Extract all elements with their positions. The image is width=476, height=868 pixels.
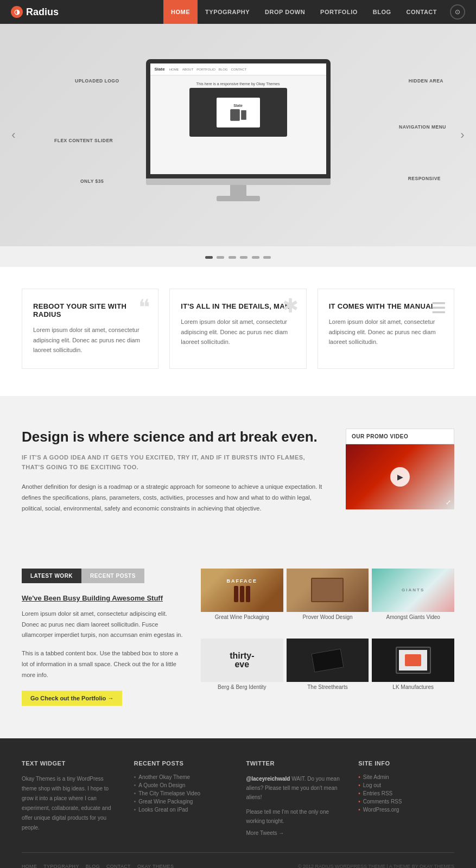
site-info-logout[interactable]: Log out: [363, 782, 381, 788]
footer-post-1[interactable]: Another Okay Theme: [138, 774, 190, 780]
feature-text-2: Lorem ipsum dolor sit amet, consectetur …: [181, 317, 295, 347]
portfolio-item-giants[interactable]: GIANTS Amongst Giants Video: [372, 569, 454, 635]
portfolio-label-giants: Amongst Giants Video: [372, 612, 454, 622]
slider-arrow-left[interactable]: ‹: [5, 127, 22, 143]
thumb-street: [287, 639, 369, 682]
design-headline: Design is where science and art break ev…: [22, 429, 324, 445]
footer-copyright: © 2012 RADIUS WORDPRESS THEME | A THEME …: [298, 864, 454, 868]
settings-icon[interactable]: ⊙: [450, 4, 465, 20]
footer-twitter-reply: Please tell me I'm not the only one work…: [246, 807, 342, 826]
footer-bottom-links: HOME TYPOGRAPHY BLOG CONTACT OKAY THEMES: [22, 864, 174, 868]
monitor-stand-neck: [230, 185, 246, 196]
footer-bottom-contact[interactable]: CONTACT: [106, 864, 131, 868]
features-section: ❝ REBOOT YOUR SITE WITH RADIUS Lorem ips…: [0, 267, 476, 396]
portfolio-button[interactable]: Go Check out the Portfolio →: [22, 691, 122, 706]
expand-icon[interactable]: ⤢: [446, 499, 451, 506]
footer-col-text-widget: TEXT WIDGET Okay Themes is a tiny WordPr…: [22, 760, 118, 836]
nav-home[interactable]: HOME: [163, 0, 198, 24]
street-card: [311, 648, 344, 672]
slider-dots: [0, 246, 476, 267]
site-header: ◑ Radius HOME TYPOGRAPHY DROP DOWN PORTF…: [0, 0, 476, 24]
portfolio-item-berg[interactable]: thirty-eve Berg & Berg Identity: [201, 639, 283, 705]
portfolio-item-wine[interactable]: BAFFACE Great Wine Packaging: [201, 569, 283, 635]
video-thumbnail[interactable]: ▶ ⤢: [346, 444, 454, 509]
portfolio-item-wood[interactable]: Prover Wood Design: [287, 569, 369, 635]
site-info-wordpress[interactable]: WordPress.org: [363, 807, 399, 813]
nav-contact[interactable]: CONTACT: [399, 0, 445, 24]
footer-twitter-body: @laceyreichwald WAIT. Do you mean aliens…: [246, 774, 342, 802]
footer-title-twitter: TWITTER: [246, 760, 342, 767]
feature-title-1: REBOOT YOUR SITE WITH RADIUS: [33, 302, 147, 318]
berg-text: thirty-eve: [230, 652, 254, 669]
tabs-portfolio-section: LATEST WORK RECENT POSTS We've Been Busy…: [0, 547, 476, 738]
nav-blog[interactable]: BLOG: [365, 0, 399, 24]
site-footer: TEXT WIDGET Okay Themes is a tiny WordPr…: [0, 738, 476, 868]
screen-logo: Slate: [155, 67, 165, 72]
footer-col-site-info: SITE INFO Site Admin Log out Entries RSS…: [358, 760, 454, 836]
portfolio-item-lk[interactable]: LK Manufactures: [372, 639, 454, 705]
feature-text-1: Lorem ipsum dolor sit amet, consectetur …: [33, 325, 147, 355]
footer-bottom-home[interactable]: HOME: [22, 864, 37, 868]
footer-title-site-info: SITE INFO: [358, 760, 454, 767]
screen-tagline: This here is a responsive theme by Okay …: [196, 82, 280, 86]
more-tweets-link[interactable]: More Tweets →: [246, 830, 342, 836]
device-tablet: [230, 109, 240, 121]
slider-arrow-right[interactable]: ›: [454, 127, 471, 143]
nav-portfolio[interactable]: PORTFOLIO: [313, 0, 365, 24]
thumb-wood: [287, 569, 369, 612]
portfolio-label-wine: Great Wine Packaging: [201, 612, 283, 622]
site-info-admin[interactable]: Site Admin: [363, 774, 389, 780]
footer-title-text-widget: TEXT WIDGET: [22, 760, 118, 767]
screen-header: Slate HOMEABOUTPORTFOLIOBLOGCONTACT: [150, 63, 326, 75]
footer-bottom-okay[interactable]: OKAY THEMES: [137, 864, 174, 868]
monitor-stand-top: [146, 178, 331, 185]
site-info-entries-rss[interactable]: Entries RSS: [363, 790, 392, 796]
logo-text: Radius: [26, 7, 59, 18]
footer-bottom: HOME TYPOGRAPHY BLOG CONTACT OKAY THEMES…: [22, 864, 454, 868]
dot-2[interactable]: [217, 256, 224, 259]
feature-title-3: IT COMES WITH THE MANUAL: [329, 302, 443, 310]
portfolio-grid: BAFFACE Great Wine Packaging Prover Wood…: [201, 569, 454, 706]
tab-buttons: LATEST WORK RECENT POSTS: [22, 569, 185, 583]
thumb-wine: BAFFACE: [201, 569, 283, 612]
play-button[interactable]: ▶: [390, 467, 410, 487]
portfolio-label-berg: Berg & Berg Identity: [201, 682, 283, 692]
wood-box: [311, 578, 344, 602]
feature-title-2: IT'S ALL IN THE DETAILS, MAN.: [181, 302, 295, 310]
footer-post-4[interactable]: Great Wine Packaging: [138, 799, 193, 805]
footer-post-3[interactable]: The City Timelapse Video: [138, 790, 200, 796]
dot-1[interactable]: [205, 256, 213, 259]
footer-post-2[interactable]: A Quote On Design: [138, 782, 185, 788]
footer-bottom-blog[interactable]: BLOG: [86, 864, 100, 868]
monitor-wrap: Slate HOMEABOUTPORTFOLIOBLOGCONTACT This…: [146, 59, 331, 211]
footer-col-recent-posts: RECENT POSTS Another Okay Theme A Quote …: [134, 760, 230, 836]
footer-post-5[interactable]: Looks Great on iPad: [138, 807, 188, 813]
dot-4[interactable]: [240, 256, 247, 259]
monitor-screen: Slate HOMEABOUTPORTFOLIOBLOGCONTACT This…: [150, 63, 326, 174]
nav-typography[interactable]: TYPOGRAPHY: [198, 0, 257, 24]
portfolio-label-lk: LK Manufactures: [372, 682, 454, 692]
lk-orange: [405, 654, 421, 666]
dot-3[interactable]: [229, 256, 236, 259]
nav-dropdown[interactable]: DROP DOWN: [257, 0, 313, 24]
footer-bottom-typography[interactable]: TYPOGRAPHY: [43, 864, 79, 868]
thumb-lk: [372, 639, 454, 682]
lk-screen: [399, 650, 427, 671]
tab-recent-posts[interactable]: RECENT POSTS: [81, 569, 144, 583]
footer-divider: [22, 852, 454, 853]
feature-card-3: ≡ IT COMES WITH THE MANUAL Lorem ipsum d…: [318, 289, 454, 369]
site-info-comments-rss[interactable]: Comments RSS: [363, 799, 402, 805]
monitor-stand-base: [217, 196, 260, 201]
design-left: Design is where science and art break ev…: [22, 429, 324, 514]
tab-latest-work[interactable]: LATEST WORK: [22, 569, 81, 583]
dot-6[interactable]: [263, 256, 271, 259]
showcase-inner: Slate: [217, 98, 260, 127]
screen-body: This here is a responsive theme by Okay …: [150, 75, 326, 141]
logo-icon: ◑: [11, 6, 23, 18]
logo[interactable]: ◑ Radius: [11, 6, 163, 18]
dot-5[interactable]: [252, 256, 259, 259]
portfolio-label-street: The Streethearts: [287, 682, 369, 692]
footer-text-widget-body: Okay Themes is a tiny WordPress theme sh…: [22, 774, 118, 833]
portfolio-item-street[interactable]: The Streethearts: [287, 639, 369, 705]
thumb-giants: GIANTS: [372, 569, 454, 612]
